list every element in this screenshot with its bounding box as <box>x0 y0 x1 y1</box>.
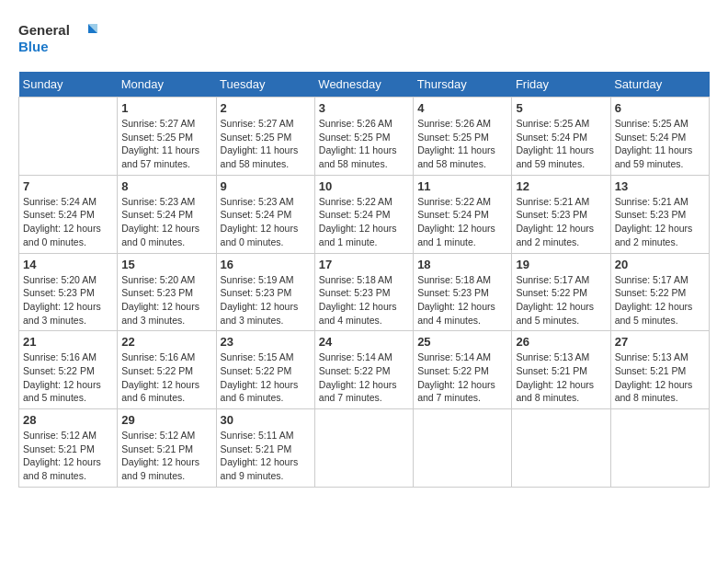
calendar-cell: 13Sunrise: 5:21 AMSunset: 5:23 PMDayligh… <box>610 175 709 253</box>
calendar-cell: 7Sunrise: 5:24 AMSunset: 5:24 PMDaylight… <box>19 175 118 253</box>
calendar-cell <box>314 409 413 488</box>
day-info: Sunrise: 5:21 AMSunset: 5:23 PMDaylight:… <box>615 195 705 249</box>
calendar-cell: 14Sunrise: 5:20 AMSunset: 5:23 PMDayligh… <box>19 253 118 331</box>
calendar-cell: 12Sunrise: 5:21 AMSunset: 5:23 PMDayligh… <box>512 175 610 253</box>
calendar-table: SundayMondayTuesdayWednesdayThursdayFrid… <box>18 72 710 488</box>
day-info: Sunrise: 5:22 AMSunset: 5:24 PMDaylight:… <box>319 195 409 249</box>
weekday-header-monday: Monday <box>118 72 216 98</box>
day-info: Sunrise: 5:17 AMSunset: 5:22 PMDaylight:… <box>516 273 606 327</box>
calendar-cell: 4Sunrise: 5:26 AMSunset: 5:25 PMDaylight… <box>414 98 512 176</box>
day-info: Sunrise: 5:12 AMSunset: 5:21 PMDaylight:… <box>121 429 211 483</box>
weekday-header-saturday: Saturday <box>610 72 709 98</box>
day-info: Sunrise: 5:13 AMSunset: 5:21 PMDaylight:… <box>615 350 705 405</box>
weekday-header-friday: Friday <box>512 72 610 98</box>
calendar-cell <box>414 409 512 488</box>
day-number: 6 <box>615 101 705 115</box>
day-info: Sunrise: 5:25 AMSunset: 5:24 PMDaylight:… <box>516 117 606 171</box>
day-info: Sunrise: 5:27 AMSunset: 5:25 PMDaylight:… <box>121 117 211 171</box>
svg-text:General: General <box>18 22 70 38</box>
day-info: Sunrise: 5:15 AMSunset: 5:22 PMDaylight:… <box>221 350 311 405</box>
day-info: Sunrise: 5:19 AMSunset: 5:23 PMDaylight:… <box>221 273 311 327</box>
day-number: 3 <box>319 101 409 115</box>
calendar-cell: 8Sunrise: 5:23 AMSunset: 5:24 PMDaylight… <box>118 175 216 253</box>
calendar-week-2: 7Sunrise: 5:24 AMSunset: 5:24 PMDaylight… <box>19 175 710 253</box>
calendar-cell: 21Sunrise: 5:16 AMSunset: 5:22 PMDayligh… <box>19 331 118 409</box>
day-number: 20 <box>615 258 705 271</box>
calendar-cell: 20Sunrise: 5:17 AMSunset: 5:22 PMDayligh… <box>610 253 709 331</box>
day-info: Sunrise: 5:20 AMSunset: 5:23 PMDaylight:… <box>121 273 211 327</box>
day-number: 21 <box>23 335 113 349</box>
day-info: Sunrise: 5:20 AMSunset: 5:23 PMDaylight:… <box>23 273 113 327</box>
weekday-header-tuesday: Tuesday <box>216 72 314 98</box>
day-info: Sunrise: 5:26 AMSunset: 5:25 PMDaylight:… <box>417 117 507 171</box>
calendar-cell: 1Sunrise: 5:27 AMSunset: 5:25 PMDaylight… <box>118 98 216 176</box>
day-info: Sunrise: 5:13 AMSunset: 5:21 PMDaylight:… <box>516 350 606 405</box>
calendar-cell: 5Sunrise: 5:25 AMSunset: 5:24 PMDaylight… <box>512 98 610 176</box>
calendar-cell: 15Sunrise: 5:20 AMSunset: 5:23 PMDayligh… <box>118 253 216 331</box>
calendar-cell: 24Sunrise: 5:14 AMSunset: 5:22 PMDayligh… <box>314 331 413 409</box>
calendar-week-5: 28Sunrise: 5:12 AMSunset: 5:21 PMDayligh… <box>19 409 710 488</box>
day-number: 16 <box>221 258 311 271</box>
calendar-cell: 3Sunrise: 5:26 AMSunset: 5:25 PMDaylight… <box>314 98 413 176</box>
day-number: 14 <box>23 258 113 271</box>
day-info: Sunrise: 5:21 AMSunset: 5:23 PMDaylight:… <box>516 195 606 249</box>
calendar-week-1: 1Sunrise: 5:27 AMSunset: 5:25 PMDaylight… <box>19 98 710 176</box>
calendar-cell: 22Sunrise: 5:16 AMSunset: 5:22 PMDayligh… <box>118 331 216 409</box>
day-number: 1 <box>121 101 211 115</box>
calendar-cell: 23Sunrise: 5:15 AMSunset: 5:22 PMDayligh… <box>216 331 314 409</box>
weekday-header-wednesday: Wednesday <box>314 72 413 98</box>
day-info: Sunrise: 5:16 AMSunset: 5:22 PMDaylight:… <box>121 350 211 405</box>
day-number: 23 <box>221 335 311 349</box>
day-info: Sunrise: 5:26 AMSunset: 5:25 PMDaylight:… <box>319 117 409 171</box>
day-number: 19 <box>516 258 606 271</box>
calendar-cell: 27Sunrise: 5:13 AMSunset: 5:21 PMDayligh… <box>610 331 709 409</box>
calendar-cell: 9Sunrise: 5:23 AMSunset: 5:24 PMDaylight… <box>216 175 314 253</box>
day-number: 8 <box>121 179 211 193</box>
day-info: Sunrise: 5:22 AMSunset: 5:24 PMDaylight:… <box>417 195 507 249</box>
day-number: 2 <box>221 101 311 115</box>
calendar-cell <box>610 409 709 488</box>
day-info: Sunrise: 5:18 AMSunset: 5:23 PMDaylight:… <box>319 273 409 327</box>
calendar-week-3: 14Sunrise: 5:20 AMSunset: 5:23 PMDayligh… <box>19 253 710 331</box>
calendar-week-4: 21Sunrise: 5:16 AMSunset: 5:22 PMDayligh… <box>19 331 710 409</box>
day-number: 24 <box>319 335 409 349</box>
day-info: Sunrise: 5:14 AMSunset: 5:22 PMDaylight:… <box>319 350 409 405</box>
day-info: Sunrise: 5:11 AMSunset: 5:21 PMDaylight:… <box>221 429 311 483</box>
logo: General Blue <box>18 18 101 57</box>
weekday-header-row: SundayMondayTuesdayWednesdayThursdayFrid… <box>19 72 710 98</box>
day-info: Sunrise: 5:17 AMSunset: 5:22 PMDaylight:… <box>615 273 705 327</box>
day-info: Sunrise: 5:23 AMSunset: 5:24 PMDaylight:… <box>121 195 211 249</box>
day-number: 10 <box>319 179 409 193</box>
day-number: 12 <box>516 179 606 193</box>
day-number: 9 <box>221 179 311 193</box>
logo-svg: General Blue <box>18 18 101 57</box>
day-number: 11 <box>417 179 507 193</box>
day-number: 18 <box>417 258 507 271</box>
calendar-cell: 25Sunrise: 5:14 AMSunset: 5:22 PMDayligh… <box>414 331 512 409</box>
day-info: Sunrise: 5:14 AMSunset: 5:22 PMDaylight:… <box>417 350 507 405</box>
calendar-cell: 28Sunrise: 5:12 AMSunset: 5:21 PMDayligh… <box>19 409 118 488</box>
day-info: Sunrise: 5:25 AMSunset: 5:24 PMDaylight:… <box>615 117 705 171</box>
day-number: 17 <box>319 258 409 271</box>
calendar-cell: 26Sunrise: 5:13 AMSunset: 5:21 PMDayligh… <box>512 331 610 409</box>
day-info: Sunrise: 5:27 AMSunset: 5:25 PMDaylight:… <box>221 117 311 171</box>
day-number: 26 <box>516 335 606 349</box>
calendar-cell: 29Sunrise: 5:12 AMSunset: 5:21 PMDayligh… <box>118 409 216 488</box>
calendar-cell: 6Sunrise: 5:25 AMSunset: 5:24 PMDaylight… <box>610 98 709 176</box>
calendar-cell <box>19 98 118 176</box>
calendar-cell: 2Sunrise: 5:27 AMSunset: 5:25 PMDaylight… <box>216 98 314 176</box>
day-number: 28 <box>23 413 113 427</box>
day-number: 22 <box>121 335 211 349</box>
calendar-cell <box>512 409 610 488</box>
day-number: 13 <box>615 179 705 193</box>
day-info: Sunrise: 5:24 AMSunset: 5:24 PMDaylight:… <box>23 195 113 249</box>
day-number: 29 <box>121 413 211 427</box>
day-info: Sunrise: 5:12 AMSunset: 5:21 PMDaylight:… <box>23 429 113 483</box>
day-number: 4 <box>417 101 507 115</box>
calendar-cell: 30Sunrise: 5:11 AMSunset: 5:21 PMDayligh… <box>216 409 314 488</box>
day-info: Sunrise: 5:23 AMSunset: 5:24 PMDaylight:… <box>221 195 311 249</box>
calendar-cell: 18Sunrise: 5:18 AMSunset: 5:23 PMDayligh… <box>414 253 512 331</box>
day-number: 25 <box>417 335 507 349</box>
day-number: 30 <box>221 413 311 427</box>
calendar-cell: 10Sunrise: 5:22 AMSunset: 5:24 PMDayligh… <box>314 175 413 253</box>
